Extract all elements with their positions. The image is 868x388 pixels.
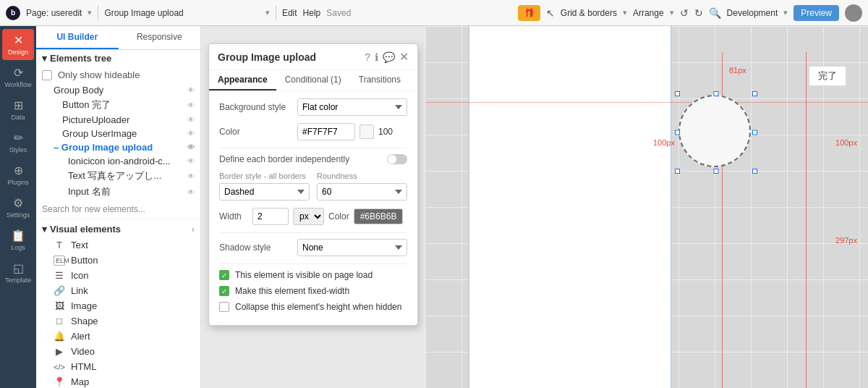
collapse-arrow[interactable]: ‹ <box>192 224 195 235</box>
help-icon[interactable]: ? <box>365 51 370 63</box>
sidebar-item-template[interactable]: ◱ Template <box>2 257 34 288</box>
ve-item-shape[interactable]: □ Shape <box>36 313 200 329</box>
handle-bot-right[interactable] <box>752 169 757 174</box>
sidebar-item-data[interactable]: ⊞ Data <box>2 94 34 125</box>
eye-icon[interactable]: 👁 <box>187 130 195 138</box>
button-icon: ELM <box>54 256 65 266</box>
modal-header-icons: ? ℹ 💬 ✕ <box>365 50 409 64</box>
fixed-width-checkbox[interactable]: ✓ <box>219 286 229 296</box>
cursor-icon[interactable]: ↖ <box>546 7 555 19</box>
ve-label-text: Text <box>71 240 88 250</box>
edit-button[interactable]: Edit <box>282 8 297 18</box>
plugins-icon: ⊕ <box>14 164 23 177</box>
color2-swatch[interactable]: #6B6B6B <box>354 208 404 224</box>
eye-icon[interactable]: 👁 <box>187 116 195 124</box>
search-new-elements[interactable]: Search for new elements... <box>36 200 200 219</box>
ve-label-image: Image <box>71 300 97 311</box>
shadow-select[interactable]: None <box>297 239 407 256</box>
tree-item-button-done[interactable]: Button 完了 👁 <box>36 97 200 113</box>
arrange-button[interactable]: Arrange <box>633 8 664 18</box>
canvas-label-81px: 81px <box>729 66 746 75</box>
collapse-checkbox[interactable] <box>219 302 229 312</box>
roundness-select[interactable]: 60 <box>317 183 407 201</box>
color-swatch[interactable] <box>359 125 374 139</box>
tree-item-input-name[interactable]: Input 名前 👁 <box>36 184 200 200</box>
element-dropdown-icon[interactable]: ▾ <box>265 8 270 17</box>
sidebar-item-styles[interactable]: ✏ Styles <box>2 127 34 158</box>
gift-button[interactable]: 🎁 <box>518 5 540 21</box>
tree-item-group-image-upload[interactable]: – Group Image upload 👁 <box>36 140 200 154</box>
help-button[interactable]: Help <box>303 8 321 18</box>
undo-icon[interactable]: ↺ <box>680 7 689 19</box>
sidebar-item-logs[interactable]: 📋 Logs <box>2 224 34 256</box>
tree-item-group-userimage[interactable]: Group UserImage 👁 <box>36 127 200 140</box>
sidebar-item-workflow[interactable]: ⟳ Workflow <box>2 62 34 93</box>
chat-icon[interactable]: 💬 <box>383 51 395 63</box>
ve-item-alert[interactable]: 🔔 Alert <box>36 329 200 344</box>
circle-container[interactable] <box>675 91 757 174</box>
width-unit-select[interactable]: px <box>293 208 324 225</box>
eye-icon[interactable]: 👁 <box>187 143 195 151</box>
visual-elements-label: Visual elements <box>50 224 121 235</box>
ve-item-image[interactable]: 🖼 Image <box>36 298 200 313</box>
color-control: 100 <box>297 123 407 140</box>
redo-icon[interactable]: ↻ <box>694 7 703 19</box>
sidebar-item-design[interactable]: ✕ Design <box>2 29 34 60</box>
roundness-label: Roundness <box>317 172 407 180</box>
dev-dropdown-icon[interactable]: ▾ <box>783 8 788 17</box>
ve-item-map[interactable]: 📍 Map <box>36 374 200 388</box>
border-style-select[interactable]: Dashed <box>219 183 310 201</box>
user-avatar[interactable] <box>845 4 862 22</box>
width-input[interactable] <box>252 208 289 225</box>
bg-style-select[interactable]: Flat color <box>297 98 407 116</box>
ve-label-alert: Alert <box>71 331 90 342</box>
page-dropdown-icon[interactable]: ▾ <box>88 8 92 17</box>
ve-item-text[interactable]: T Text <box>36 237 200 253</box>
eye-icon[interactable]: 👁 <box>187 101 195 109</box>
eye-icon[interactable]: 👁 <box>187 157 195 165</box>
only-show-hideable-checkbox[interactable] <box>42 70 52 80</box>
development-button[interactable]: Development <box>727 8 778 18</box>
elements-tree-header[interactable]: ▾ Elements tree <box>36 50 200 67</box>
sidebar-item-settings[interactable]: ⚙ Settings <box>2 192 34 223</box>
handle-mid-left[interactable] <box>675 130 680 135</box>
handle-top-right[interactable] <box>752 91 757 96</box>
tab-ui-builder[interactable]: UI Builder <box>36 26 119 49</box>
handle-top-left[interactable] <box>675 91 680 96</box>
grid-dropdown-icon[interactable]: ▾ <box>623 8 627 17</box>
tab-transitions[interactable]: Transitions <box>350 70 409 90</box>
ve-item-video[interactable]: ▶ Video <box>36 344 200 359</box>
define-border-toggle[interactable] <box>387 154 407 164</box>
ve-item-button[interactable]: ELM Button <box>36 253 200 268</box>
arrange-dropdown-icon[interactable]: ▾ <box>670 8 674 17</box>
handle-top-center[interactable] <box>714 91 719 96</box>
visible-checkbox[interactable]: ✓ <box>219 270 229 280</box>
tree-item-picture-uploader[interactable]: PictureUploader 👁 <box>36 113 200 127</box>
tree-item-ionicicon[interactable]: Ionicicon ion-android-c... 👁 <box>36 154 200 168</box>
modal-body: Background style Flat color Color 100 <box>209 91 417 325</box>
tab-conditional[interactable]: Conditional (1) <box>276 70 350 90</box>
eye-icon[interactable]: 👁 <box>187 172 195 180</box>
ve-item-icon[interactable]: ☰ Icon <box>36 268 200 283</box>
eye-icon[interactable]: 👁 <box>187 188 195 196</box>
handle-mid-right[interactable] <box>752 130 757 135</box>
eye-icon[interactable]: 👁 <box>187 86 195 94</box>
info-icon[interactable]: ℹ <box>375 51 378 63</box>
tab-appearance[interactable]: Appearance <box>209 70 276 90</box>
color-hex-input[interactable] <box>297 123 355 140</box>
grid-borders-button[interactable]: Grid & borders <box>561 8 617 18</box>
visual-elements-header[interactable]: ▾ Visual elements ‹ <box>36 219 200 237</box>
fixed-width-row: ✓ Make this element fixed-width <box>219 286 407 296</box>
tree-item-text-upload[interactable]: Text 写真をアップし... 👁 <box>36 168 200 184</box>
handle-bot-left[interactable] <box>675 169 680 174</box>
tab-responsive[interactable]: Responsive <box>119 26 201 49</box>
preview-button[interactable]: Preview <box>793 5 839 21</box>
search-icon[interactable]: 🔍 <box>709 7 721 19</box>
ve-item-html[interactable]: </> HTML <box>36 359 200 374</box>
tree-item-group-body[interactable]: Group Body 👁 <box>36 83 200 97</box>
handle-bot-center[interactable] <box>714 169 719 174</box>
done-button[interactable]: 完了 <box>809 66 846 86</box>
ve-item-link[interactable]: 🔗 Link <box>36 283 200 298</box>
sidebar-item-plugins[interactable]: ⊕ Plugins <box>2 159 34 190</box>
modal-close-button[interactable]: ✕ <box>399 50 409 64</box>
